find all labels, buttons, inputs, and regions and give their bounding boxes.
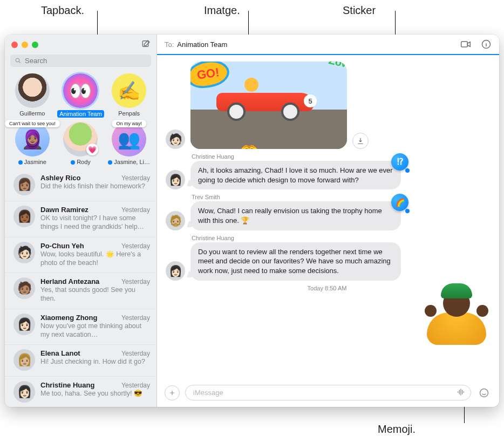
input-placeholder: iMessage (193, 389, 223, 397)
list-item[interactable]: 👩🏻 Xiaomeng ZhongYesterday Now you've go… (5, 309, 156, 345)
memoji-sticker[interactable] (427, 285, 486, 345)
pin-label: Guillermo (8, 110, 57, 117)
conv-preview: Me too, haha. See you shortly! 😎 (40, 389, 150, 398)
conversation-panel: To: Animation Team 🧑🏻 GO! Zow 🫶 (157, 35, 499, 407)
conv-time: Yesterday (121, 278, 150, 285)
avatar: 🧑🏻 (166, 130, 185, 149)
avatar: 🧔🏼 (166, 211, 185, 230)
conv-preview: Yes, that sounds good! See you then. (40, 285, 150, 303)
unread-dot-icon (108, 160, 112, 165)
pin-guillermo[interactable]: Guillermo (8, 73, 57, 119)
list-item[interactable]: 👩🏼 Elena LanotYesterday Hi! Just checkin… (5, 344, 156, 376)
list-item[interactable]: 🧑🏽 Herland AntezanaYesterday Yes, that s… (5, 273, 156, 309)
tapback-question-icon[interactable]: ⁉ (391, 153, 408, 171)
conv-time: Yesterday (121, 350, 150, 357)
list-item[interactable]: 👩🏻 Christine HuangYesterday Me too, haha… (5, 376, 156, 407)
sender-label: Trev Smith (192, 194, 488, 200)
details-icon[interactable] (481, 39, 492, 50)
close-window-icon[interactable] (11, 42, 18, 48)
pin-jasmine[interactable]: Can't wait to see you! 🧕🏽 Jasmine (8, 122, 57, 165)
heart-tapback-icon: 💗 (86, 144, 98, 155)
search-input[interactable]: Search (10, 55, 151, 67)
messages-window: Search Guillermo 👀 Animation Team ✍️ Pen… (5, 35, 499, 407)
address-bar: To: Animation Team (157, 35, 499, 55)
avatar: ✍️ (112, 73, 146, 108)
image-attachment[interactable]: GO! Zow 🫶 (190, 62, 347, 149)
message-bubble[interactable]: Wow, Chad! I can really envision us taki… (190, 201, 401, 230)
avatar (15, 73, 50, 108)
pin-jasmine-li[interactable]: On my way! 👥 Jasmine, Li… (105, 122, 153, 165)
sender-label: Christine Huang (192, 153, 488, 160)
message-bubble[interactable]: Do you want to review all the renders to… (190, 242, 401, 281)
conv-name: Po-Chun Yeh (40, 242, 84, 250)
search-placeholder: Search (25, 57, 47, 65)
compose-button[interactable] (141, 39, 151, 50)
conv-preview: OK to visit tonight? I have some things … (40, 214, 150, 232)
svg-point-4 (480, 389, 488, 397)
list-item[interactable]: 👩🏾 Dawn RamirezYesterday OK to visit ton… (5, 201, 156, 237)
apps-button[interactable] (165, 385, 180, 400)
unread-dot-icon (71, 160, 75, 165)
avatar: 👩🏻 (13, 381, 35, 403)
avatar: 👩🏾 (13, 206, 35, 227)
pin-preview-tag: On my way! (112, 120, 146, 127)
conversation-list[interactable]: 👩🏽 Ashley RicoYesterday Did the kids fin… (5, 169, 156, 407)
composer: iMessage (157, 379, 499, 407)
conv-time: Yesterday (121, 242, 150, 250)
pin-preview-tag: Can't wait to see you! (5, 120, 60, 127)
callout-memoji: Memoji. (378, 423, 416, 436)
conv-name: Elena Lanot (40, 349, 80, 357)
svg-point-1 (16, 58, 19, 62)
facetime-icon[interactable] (460, 39, 471, 50)
emoji-button[interactable] (476, 385, 492, 400)
conv-time: Yesterday (121, 174, 150, 182)
zoom-window-icon[interactable] (32, 42, 38, 48)
avatar: 👩🏻 (166, 261, 185, 281)
avatar: 🧑🏽 (13, 277, 35, 299)
conv-preview: Wow, looks beautiful. 🌟 Here's a photo o… (40, 250, 150, 268)
unread-dot-icon (18, 160, 23, 165)
pinned-conversations: Guillermo 👀 Animation Team ✍️ Penpals Ca… (5, 71, 156, 169)
message-list[interactable]: 🧑🏻 GO! Zow 🫶 Christine Huang 👩🏻 Ah, i (157, 55, 499, 379)
pin-label: Animation Team (57, 110, 104, 118)
conv-name: Xiaomeng Zhong (40, 314, 97, 322)
conv-preview: Hi! Just checking in. How did it go? (40, 357, 150, 366)
sticker-heart-hands: 🫶 (239, 142, 259, 149)
avatar: 👩🏼 (13, 349, 35, 371)
conv-time: Yesterday (121, 206, 150, 214)
to-label: To: (165, 40, 174, 49)
message-text: Wow, Chad! I can really envision us taki… (198, 207, 382, 225)
avatar: 👀 (63, 73, 98, 108)
minimize-window-icon[interactable] (22, 42, 28, 48)
sticker-go: GO! (190, 62, 231, 90)
pin-label: Jasmine, Li… (105, 159, 153, 165)
list-item[interactable]: 👩🏽 Ashley RicoYesterday Did the kids fin… (5, 169, 156, 201)
callout-tapback: Tapback. (41, 4, 84, 17)
avatar: 👩🏻 (13, 314, 35, 335)
sticker-zow: Zow (328, 62, 347, 71)
pin-animation-team[interactable]: 👀 Animation Team (57, 73, 105, 119)
pin-rody[interactable]: 💗 Rody (57, 122, 105, 165)
avatar: 🧑🏻 (13, 242, 35, 263)
conv-name: Ashley Rico (40, 174, 80, 182)
search-icon (15, 57, 22, 64)
callout-image: Imatge. (204, 4, 240, 17)
list-item[interactable]: 🧑🏻 Po-Chun YehYesterday Wow, looks beaut… (5, 237, 156, 273)
message-bubble[interactable]: Ah, it looks amazing, Chad! I love it so… (190, 161, 401, 189)
avatar: 👩🏻 (166, 170, 185, 189)
tapback-sticker-icon[interactable]: 🌈 (391, 194, 408, 211)
avatar: 👩🏽 (13, 174, 35, 195)
conv-name: Herland Antezana (40, 277, 99, 285)
pin-penpals[interactable]: ✍️ Penpals (105, 73, 153, 119)
message-input[interactable]: iMessage (185, 385, 471, 400)
sidebar: Search Guillermo 👀 Animation Team ✍️ Pen… (5, 35, 157, 407)
dictation-icon[interactable] (457, 387, 465, 398)
message-text: Do you want to review all the renders to… (198, 248, 391, 275)
window-controls[interactable] (11, 42, 38, 48)
recipient[interactable]: Animation Team (177, 40, 227, 49)
conv-name: Dawn Ramirez (40, 206, 88, 214)
sender-label: Christine Huang (192, 235, 488, 241)
download-button[interactable] (352, 133, 369, 149)
pin-label: Rody (57, 159, 105, 165)
pin-label: Penpals (105, 110, 153, 117)
